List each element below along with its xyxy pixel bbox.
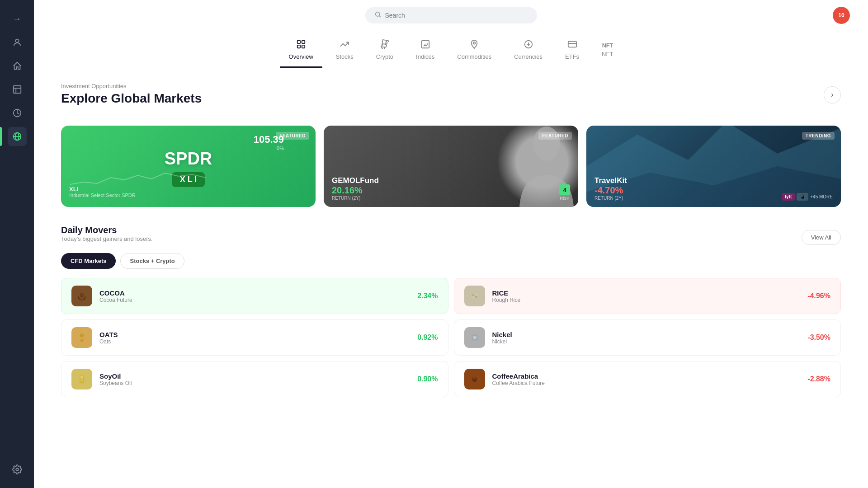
gemol-return: 20.16% — [332, 185, 379, 196]
coffee-name: CoffeeArabica Coffee Arabica Future — [492, 372, 808, 386]
tab-overview[interactable]: Overview — [280, 36, 322, 68]
svg-rect-12 — [302, 41, 305, 43]
travel-return-label: RETURN (2Y) — [594, 196, 627, 201]
explore-text: Investment Opportunities Explore Global … — [61, 83, 202, 117]
filter-cfd[interactable]: CFD Markets — [61, 253, 116, 269]
tab-nft[interactable]: NFT NFT — [593, 38, 622, 65]
featured-cards: SPDR X L I FEATURED XLI Industrial Selec… — [61, 126, 841, 207]
tab-currencies-label: Currencies — [514, 53, 542, 60]
mover-oats[interactable]: OATS Oats 0.92% — [61, 319, 448, 356]
tab-overview-label: Overview — [289, 53, 313, 60]
tab-crypto-label: Crypto — [376, 53, 393, 60]
travel-return: -4.70% — [594, 185, 627, 196]
sidebar: → — [0, 0, 34, 488]
tab-commodities[interactable]: Commodities — [448, 36, 500, 68]
topbar: 10 — [34, 0, 868, 31]
extra-logo: 📱 — [797, 193, 808, 201]
mover-nickel[interactable]: Nickel Nickel -3.50% — [454, 319, 841, 356]
svg-point-33 — [473, 337, 476, 339]
spdr-card-bottom: XLI Industrial Select Sector SPDR — [61, 179, 316, 207]
tab-currencies[interactable]: Currencies — [505, 36, 552, 68]
tab-stocks[interactable]: Stocks — [327, 36, 363, 68]
cocoa-fullname: Cocoa Future — [99, 297, 417, 303]
cards-next-button[interactable]: › — [824, 86, 841, 103]
soyoil-change: 0.90% — [417, 375, 438, 383]
tab-stocks-label: Stocks — [336, 53, 354, 60]
sidebar-item-globe[interactable] — [8, 127, 27, 146]
filter-stocks-crypto[interactable]: Stocks + Crypto — [120, 253, 184, 269]
card-gemolfund[interactable]: FEATURED GEMOLFund 20.16% RETURN (2Y) 4 … — [324, 126, 578, 207]
svg-point-37 — [472, 376, 477, 379]
soyoil-fullname: Soybeans Oil — [99, 380, 417, 386]
view-all-button[interactable]: View All — [802, 230, 841, 245]
spdr-ticker: XLI — [69, 186, 307, 192]
main-content: 10 Overview Stocks Crypto Indices — [34, 0, 868, 488]
sidebar-item-home[interactable] — [8, 56, 27, 75]
tab-etfs[interactable]: ETFs — [556, 36, 588, 68]
notification-count: 10 — [838, 12, 844, 19]
svg-rect-1 — [13, 86, 21, 94]
svg-point-36 — [80, 376, 84, 378]
coffee-change: -2.88% — [807, 375, 830, 383]
mover-rice[interactable]: RICE Rough Rice -4.96% — [454, 278, 841, 314]
card-travelkit[interactable]: TRENDING TravelKit -4.70% RETURN (2Y) ly… — [586, 126, 841, 207]
spdr-name: Industrial Select Sector SPDR — [69, 192, 307, 198]
sidebar-item-globe-wrap — [0, 127, 34, 146]
mover-coffee[interactable]: CoffeeArabica Coffee Arabica Future -2.8… — [454, 361, 841, 397]
gemol-badge: FEATURED — [538, 132, 572, 140]
sidebar-toggle[interactable]: → — [8, 9, 26, 28]
spdr-title: SPDR — [61, 149, 316, 169]
nickel-name: Nickel Nickel — [492, 331, 808, 345]
svg-point-16 — [473, 42, 476, 44]
soyoil-icon — [71, 369, 92, 389]
spdr-price: 105.39 0% — [254, 134, 284, 151]
travel-info: TravelKit -4.70% RETURN (2Y) — [594, 176, 627, 201]
svg-point-9 — [375, 12, 379, 16]
explore-header: Investment Opportunities Explore Global … — [61, 83, 841, 117]
oats-change: 0.92% — [417, 333, 438, 342]
gemol-risk-label: RISK — [559, 196, 570, 201]
section-label: Investment Opportunities — [61, 83, 202, 89]
search-input[interactable] — [385, 12, 528, 19]
svg-rect-18 — [568, 42, 576, 47]
nickel-icon — [464, 327, 485, 348]
soyoil-symbol: SoyOil — [99, 372, 417, 380]
sidebar-item-user[interactable] — [8, 33, 27, 52]
section-title: Explore Global Markets — [61, 91, 202, 106]
oats-symbol: OATS — [99, 331, 417, 338]
search-wrap[interactable] — [365, 7, 537, 23]
mover-cocoa[interactable]: COCOA Cocoa Future 2.34% — [61, 278, 448, 314]
movers-title-wrap: Daily Movers Today's biggest gainers and… — [61, 225, 153, 249]
filter-tabs: CFD Markets Stocks + Crypto — [61, 253, 841, 269]
travel-logos: lyft 📱 +45 MORE — [782, 193, 833, 201]
sidebar-item-portfolio[interactable] — [8, 103, 27, 122]
cocoa-symbol: COCOA — [99, 289, 417, 297]
spdr-price-change: 0% — [254, 145, 284, 151]
notification-button[interactable]: 10 — [833, 7, 850, 24]
nickel-symbol: Nickel — [492, 331, 808, 338]
gemol-return-label: RETURN (2Y) — [332, 196, 379, 201]
oats-name: OATS Oats — [99, 331, 417, 345]
tab-nft-label: NFT — [602, 51, 613, 57]
overview-icon — [296, 39, 306, 52]
commodities-icon — [469, 39, 479, 52]
rice-change: -4.96% — [807, 292, 830, 300]
nav-tabs: Overview Stocks Crypto Indices Commoditi… — [34, 31, 868, 68]
sidebar-item-settings[interactable] — [8, 460, 27, 479]
oats-fullname: Oats — [99, 338, 417, 345]
gemol-name: GEMOLFund — [332, 176, 379, 185]
tab-etfs-label: ETFs — [565, 53, 579, 60]
sidebar-item-watchlist[interactable] — [8, 80, 27, 99]
tab-crypto[interactable]: Crypto — [367, 36, 402, 68]
currencies-icon — [524, 39, 533, 52]
travel-more-label: +45 MORE — [810, 194, 833, 199]
mover-soyoil[interactable]: SoyOil Soybeans Oil 0.90% — [61, 361, 448, 397]
gemol-info: GEMOLFund 20.16% RETURN (2Y) — [332, 176, 379, 201]
gemol-risk-num: 4 — [559, 184, 570, 195]
card-spdr[interactable]: SPDR X L I FEATURED XLI Industrial Selec… — [61, 126, 316, 207]
movers-subtitle: Today's biggest gainers and losers. — [61, 235, 153, 242]
tab-indices[interactable]: Indices — [407, 36, 443, 68]
movers-header: Daily Movers Today's biggest gainers and… — [61, 225, 841, 249]
svg-rect-13 — [297, 45, 300, 48]
svg-point-8 — [16, 468, 19, 471]
